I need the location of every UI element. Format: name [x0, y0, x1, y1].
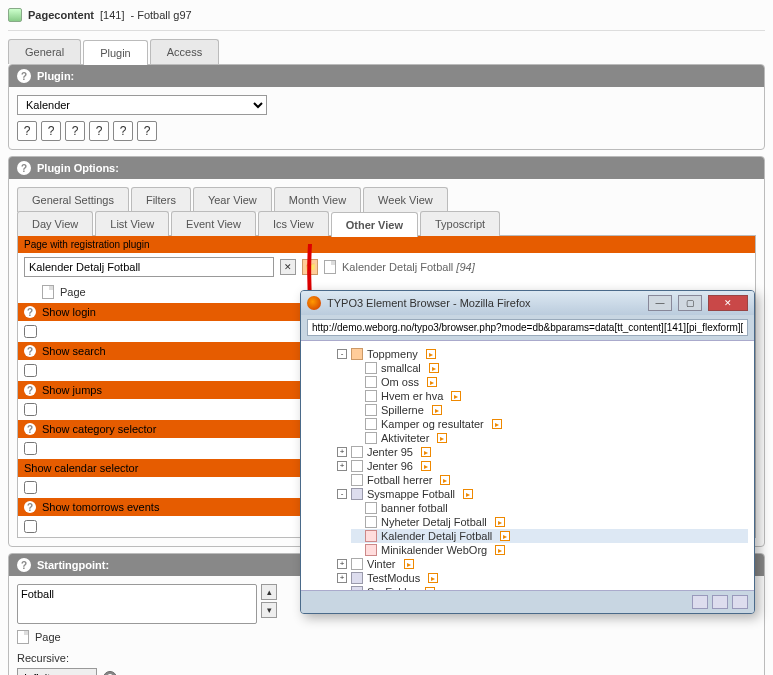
- subtab-general-settings[interactable]: General Settings: [17, 187, 129, 212]
- tree-item-label: smallcal: [381, 362, 421, 374]
- tree-select-arrow-icon[interactable]: ▸: [421, 447, 431, 457]
- plugin-opt-icon[interactable]: ?: [41, 121, 61, 141]
- subtab-year-view[interactable]: Year View: [193, 187, 272, 212]
- show-search-checkbox[interactable]: [24, 364, 37, 377]
- tree-item[interactable]: Kalender Detalj Fotball▸: [351, 529, 748, 543]
- firefox-icon: [307, 296, 321, 310]
- popup-titlebar[interactable]: TYPO3 Element Browser - Mozilla Firefox …: [301, 291, 754, 315]
- plugin-opt-icon[interactable]: ?: [65, 121, 85, 141]
- subtab-month-view[interactable]: Month View: [274, 187, 361, 212]
- help-icon[interactable]: ?: [103, 671, 117, 675]
- sys-icon: [351, 488, 363, 500]
- show-calendar-checkbox[interactable]: [24, 481, 37, 494]
- tree-select-arrow-icon[interactable]: ▸: [495, 545, 505, 555]
- subtab-other-view[interactable]: Other View: [331, 212, 418, 237]
- tree-expand-icon[interactable]: +: [337, 447, 347, 457]
- tab-plugin[interactable]: Plugin: [83, 40, 148, 65]
- tree-item-label: Minikalender WebOrg: [381, 544, 487, 556]
- tree-select-arrow-icon[interactable]: ▸: [428, 573, 438, 583]
- show-jumps-checkbox[interactable]: [24, 403, 37, 416]
- subtab-day-view[interactable]: Day View: [17, 211, 93, 236]
- subtab-typoscript[interactable]: Typoscript: [420, 211, 500, 236]
- tree-select-arrow-icon[interactable]: ▸: [495, 517, 505, 527]
- recursive-select[interactable]: Infinite: [17, 668, 97, 675]
- tree-select-arrow-icon[interactable]: ▸: [437, 433, 447, 443]
- tree-item[interactable]: +Jenter 95▸: [337, 445, 748, 459]
- subtab-event-view[interactable]: Event View: [171, 211, 256, 236]
- resize-grip-icon[interactable]: [732, 595, 748, 609]
- minimize-button[interactable]: —: [648, 295, 672, 311]
- tree-item[interactable]: smallcal▸: [351, 361, 748, 375]
- tree-item[interactable]: +Vinter▸: [337, 557, 748, 571]
- tree-item[interactable]: banner fotball: [351, 501, 748, 515]
- tab-general[interactable]: General: [8, 39, 81, 64]
- tree-collapse-icon[interactable]: -: [337, 489, 347, 499]
- help-icon[interactable]: ?: [24, 306, 36, 318]
- tree-expand-icon[interactable]: +: [337, 573, 347, 583]
- reg-plugin-input[interactable]: [24, 257, 274, 277]
- subtab-list-view[interactable]: List View: [95, 211, 169, 236]
- popup-body[interactable]: -Toppmeny▸smallcal▸Om oss▸Hvem er hva▸Sp…: [301, 340, 754, 590]
- plugin-opt-icon[interactable]: ?: [137, 121, 157, 141]
- tree-item[interactable]: Aktiviteter▸: [351, 431, 748, 445]
- tab-access[interactable]: Access: [150, 39, 219, 64]
- tree-item[interactable]: Spillerne▸: [351, 403, 748, 417]
- tree-select-arrow-icon[interactable]: ▸: [463, 489, 473, 499]
- show-tomorrow-checkbox[interactable]: [24, 520, 37, 533]
- popup-url-input[interactable]: [307, 319, 748, 336]
- help-icon[interactable]: ?: [17, 161, 31, 175]
- help-icon[interactable]: ?: [24, 384, 36, 396]
- subtab-ics-view[interactable]: Ics View: [258, 211, 329, 236]
- tree-select-arrow-icon[interactable]: ▸: [440, 475, 450, 485]
- startingpoint-list[interactable]: Fotball: [17, 584, 257, 624]
- subtab-week-view[interactable]: Week View: [363, 187, 448, 212]
- tree-item[interactable]: Kamper og resultater▸: [351, 417, 748, 431]
- tree-expand-icon[interactable]: +: [337, 559, 347, 569]
- show-category-checkbox[interactable]: [24, 442, 37, 455]
- tree-select-arrow-icon[interactable]: ▸: [426, 349, 436, 359]
- close-button[interactable]: ✕: [708, 295, 748, 311]
- tree-item[interactable]: -Sysmappe Fotball▸: [337, 487, 748, 501]
- tree-select-arrow-icon[interactable]: ▸: [425, 587, 435, 590]
- recursive-row: Infinite ?: [17, 668, 756, 675]
- tree-select-arrow-icon[interactable]: ▸: [421, 461, 431, 471]
- tree-item[interactable]: -Toppmeny▸: [337, 347, 748, 361]
- help-icon[interactable]: ?: [24, 423, 36, 435]
- plugin-select[interactable]: Kalender: [17, 95, 267, 115]
- tree-expand-icon[interactable]: +: [337, 461, 347, 471]
- subtab-filters[interactable]: Filters: [131, 187, 191, 212]
- tree-item[interactable]: Hvem er hva▸: [351, 389, 748, 403]
- tree-select-arrow-icon[interactable]: ▸: [429, 363, 439, 373]
- show-login-checkbox[interactable]: [24, 325, 37, 338]
- tree-item[interactable]: Nyheter Detalj Fotball▸: [351, 515, 748, 529]
- tree-select-arrow-icon[interactable]: ▸: [492, 419, 502, 429]
- tree-collapse-icon[interactable]: -: [337, 349, 347, 359]
- browse-button[interactable]: 📁: [302, 259, 318, 275]
- maximize-button[interactable]: ▢: [678, 295, 702, 311]
- tree-item[interactable]: +TestModus▸: [337, 571, 748, 585]
- clear-button[interactable]: ✕: [280, 259, 296, 275]
- tree-item[interactable]: Minikalender WebOrg▸: [351, 543, 748, 557]
- popup-statusbar: [301, 590, 754, 613]
- sys-icon: [351, 572, 363, 584]
- page-label: Page: [60, 286, 86, 298]
- content-icon: [8, 8, 22, 22]
- tree-select-arrow-icon[interactable]: ▸: [500, 531, 510, 541]
- tree-select-arrow-icon[interactable]: ▸: [432, 405, 442, 415]
- help-icon[interactable]: ?: [17, 69, 31, 83]
- plugin-opt-icon[interactable]: ?: [17, 121, 37, 141]
- plugin-opt-icon[interactable]: ?: [113, 121, 133, 141]
- plugin-opt-icon[interactable]: ?: [89, 121, 109, 141]
- tree-item[interactable]: +Jenter 96▸: [337, 459, 748, 473]
- tree-select-arrow-icon[interactable]: ▸: [404, 559, 414, 569]
- tree-select-arrow-icon[interactable]: ▸: [427, 377, 437, 387]
- help-icon[interactable]: ?: [17, 558, 31, 572]
- tree-select-arrow-icon[interactable]: ▸: [451, 391, 461, 401]
- list-down-button[interactable]: ▾: [261, 602, 277, 618]
- status-icon: [692, 595, 708, 609]
- tree-item[interactable]: Om oss▸: [351, 375, 748, 389]
- help-icon[interactable]: ?: [24, 501, 36, 513]
- list-up-button[interactable]: ▴: [261, 584, 277, 600]
- help-icon[interactable]: ?: [24, 345, 36, 357]
- tree-item[interactable]: Fotball herrer▸: [337, 473, 748, 487]
